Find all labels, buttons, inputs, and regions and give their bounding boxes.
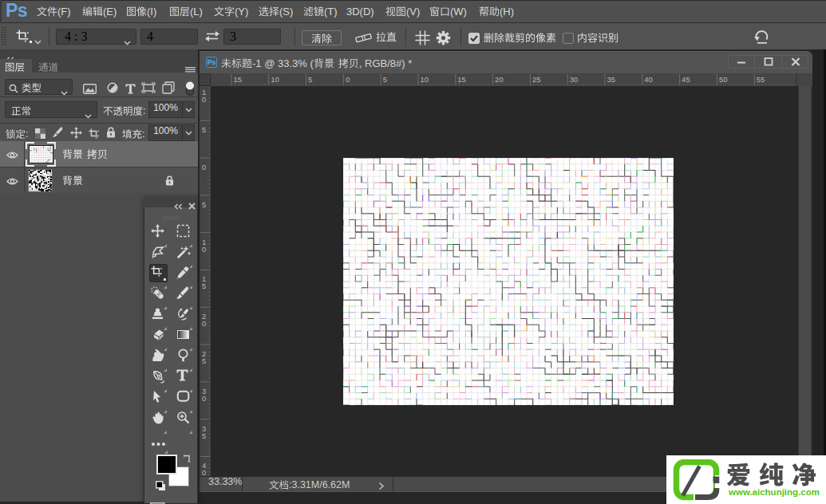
- svg-text:30: 30: [570, 75, 579, 84]
- svg-text:5: 5: [202, 431, 206, 440]
- svg-text:5: 5: [308, 75, 312, 84]
- svg-text:40: 40: [644, 75, 653, 84]
- svg-text:15: 15: [234, 75, 243, 84]
- svg-text:0: 0: [202, 163, 206, 171]
- svg-text:25: 25: [532, 75, 541, 84]
- svg-text:5: 5: [202, 282, 206, 290]
- svg-text:50: 50: [719, 75, 728, 84]
- svg-text:0: 0: [202, 245, 206, 254]
- svg-text:0: 0: [202, 319, 206, 328]
- svg-text:5: 5: [202, 200, 206, 209]
- svg-text:35: 35: [607, 75, 616, 84]
- svg-text:0: 0: [346, 75, 350, 84]
- svg-text:45: 45: [682, 75, 690, 84]
- svg-text:5: 5: [202, 125, 206, 134]
- svg-text:0: 0: [202, 394, 206, 403]
- svg-text:5: 5: [383, 75, 387, 84]
- svg-text:0: 0: [202, 95, 206, 104]
- svg-text:0: 0: [202, 468, 206, 476]
- svg-text:15: 15: [457, 75, 466, 84]
- svg-text:10: 10: [421, 75, 429, 84]
- svg-text:55: 55: [757, 75, 765, 84]
- svg-text:20: 20: [495, 75, 504, 84]
- svg-text:5: 5: [202, 356, 206, 365]
- svg-text:10: 10: [271, 75, 279, 84]
